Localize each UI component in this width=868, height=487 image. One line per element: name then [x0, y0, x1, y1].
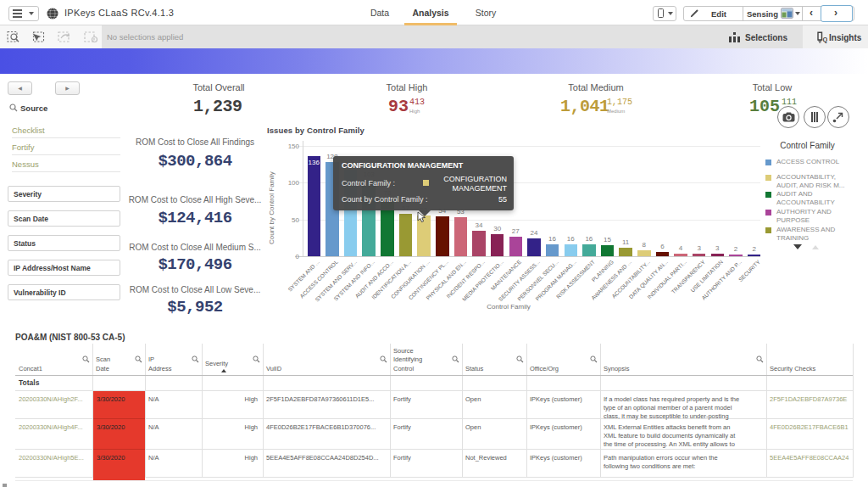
svg-text:Q: Q	[823, 36, 828, 43]
